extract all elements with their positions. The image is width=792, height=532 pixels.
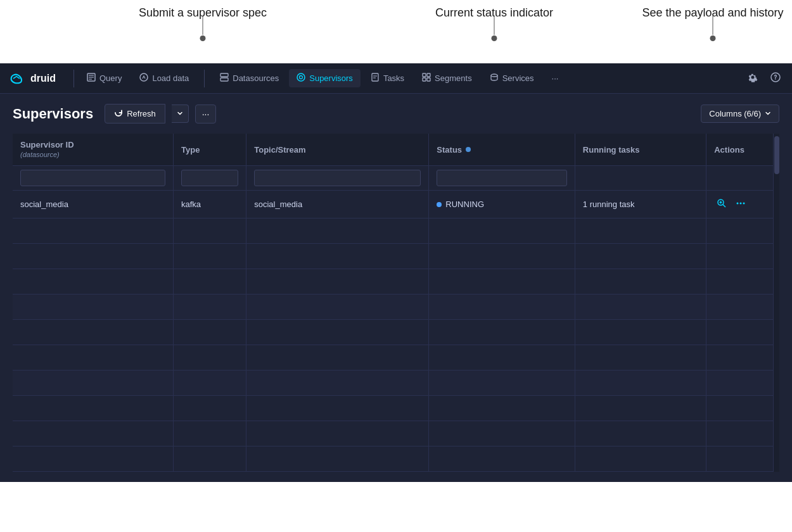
filter-status-input[interactable]	[437, 170, 566, 186]
table-row-empty-7	[13, 370, 779, 396]
filter-actions-cell	[706, 166, 779, 191]
svg-rect-14	[423, 78, 426, 81]
svg-rect-13	[427, 73, 430, 77]
refresh-button[interactable]: Refresh	[105, 104, 165, 124]
gear-icon	[748, 72, 758, 82]
svg-point-16	[491, 74, 497, 77]
table-body: social_media kafka social_media RUNNING	[13, 191, 779, 472]
payload-line	[713, 16, 713, 35]
zoom-action-button[interactable]	[714, 197, 729, 212]
tasks-icon	[371, 73, 380, 84]
cell-actions	[706, 191, 779, 218]
page-header: Supervisors Refresh ··· Columns (6/6)	[13, 104, 779, 124]
filter-running-cell	[575, 166, 706, 191]
nav-item-tasks[interactable]: Tasks	[363, 69, 412, 87]
refresh-icon	[114, 108, 123, 119]
vertical-scrollbar[interactable]	[773, 134, 779, 472]
supervisors-icon	[297, 73, 305, 84]
segments-icon	[422, 73, 431, 84]
refresh-dropdown-button[interactable]	[172, 104, 189, 123]
svg-point-4	[140, 73, 148, 81]
submit-line	[203, 16, 203, 35]
svg-line-20	[723, 205, 725, 207]
table-row-empty-4	[13, 294, 779, 320]
status-line	[494, 16, 495, 35]
nav-item-load-data[interactable]: Load data	[132, 69, 196, 87]
cell-supervisor-id: social_media	[13, 191, 174, 218]
filter-row	[13, 166, 779, 191]
query-icon	[87, 73, 96, 84]
th-type: Type	[174, 134, 246, 166]
druid-logo-icon	[8, 72, 25, 85]
settings-button[interactable]	[744, 70, 762, 87]
filter-type-input[interactable]	[181, 170, 238, 186]
payload-dot	[710, 35, 716, 41]
columns-button[interactable]: Columns (6/6)	[701, 104, 779, 123]
table-row-empty-5	[13, 320, 779, 345]
table-row-empty-1	[13, 218, 779, 244]
nav-item-datasources[interactable]: Datasources	[212, 69, 286, 87]
svg-point-25	[743, 203, 745, 205]
datasources-icon	[220, 73, 229, 84]
status-annotation: Current status indicator	[418, 5, 570, 21]
svg-rect-12	[423, 73, 426, 77]
table-header-row: Supervisor ID (datasource) Type Topic/St…	[13, 134, 779, 166]
th-topic-stream: Topic/Stream	[246, 134, 429, 166]
supervisors-table: Supervisor ID (datasource) Type Topic/St…	[13, 134, 779, 472]
cell-type: kafka	[174, 191, 246, 218]
table-row: social_media kafka social_media RUNNING	[13, 191, 779, 218]
filter-status-cell	[429, 166, 575, 191]
brand[interactable]: druid	[8, 72, 56, 85]
nav-items: Query Load data Datasources Supervisors	[79, 69, 744, 87]
svg-point-23	[737, 203, 739, 205]
filter-type-cell	[174, 166, 246, 191]
svg-rect-9	[372, 73, 378, 81]
svg-rect-15	[427, 78, 430, 81]
navbar-divider	[73, 70, 74, 87]
more-options-button[interactable]: ···	[195, 104, 217, 124]
cell-status: RUNNING	[429, 191, 575, 218]
nav-right	[744, 70, 784, 87]
table-row-empty-8	[13, 396, 779, 421]
th-running-tasks: Running tasks	[575, 134, 706, 166]
svg-point-8	[300, 76, 303, 79]
zoom-icon	[717, 198, 727, 208]
svg-point-18	[775, 79, 776, 80]
nav-item-query[interactable]: Query	[79, 69, 129, 87]
page-title: Supervisors	[13, 106, 93, 122]
filter-topic-input[interactable]	[254, 170, 421, 186]
table-row-empty-2	[13, 244, 779, 269]
more-action-button[interactable]	[733, 197, 748, 212]
navbar: druid Query Load data Datasources	[0, 63, 792, 94]
help-button[interactable]	[767, 70, 784, 87]
svg-rect-6	[220, 78, 228, 81]
load-data-icon	[139, 73, 148, 84]
svg-rect-5	[220, 73, 228, 77]
nav-item-services[interactable]: Services	[482, 69, 542, 87]
help-icon	[770, 72, 781, 82]
services-icon	[490, 73, 499, 84]
submit-annotation: Submit a supervisor spec	[127, 5, 279, 21]
th-status: Status	[429, 134, 575, 166]
svg-point-24	[740, 203, 742, 205]
filter-supervisor-id-cell	[13, 166, 174, 191]
table-row-empty-9	[13, 421, 779, 446]
th-actions: Actions	[706, 134, 779, 166]
payload-annotation: See the payload and history	[640, 5, 786, 21]
nav-divider-1	[204, 70, 205, 87]
chevron-down-icon-2	[765, 109, 771, 118]
th-supervisor-id: Supervisor ID (datasource)	[13, 134, 174, 166]
nav-item-supervisors[interactable]: Supervisors	[289, 69, 361, 87]
filter-topic-cell	[246, 166, 429, 191]
running-status-dot	[437, 202, 442, 207]
scrollbar-thumb[interactable]	[774, 136, 779, 174]
table-row-empty-10	[13, 446, 779, 472]
submit-dot	[200, 35, 206, 41]
cell-running-tasks: 1 running task	[575, 191, 706, 218]
nav-item-segments[interactable]: Segments	[414, 69, 480, 87]
status-dot	[492, 35, 497, 41]
nav-item-more[interactable]: ···	[544, 70, 566, 87]
more-actions-icon	[736, 198, 746, 208]
filter-supervisor-id-input[interactable]	[20, 170, 165, 186]
status-info-indicator	[466, 147, 471, 152]
